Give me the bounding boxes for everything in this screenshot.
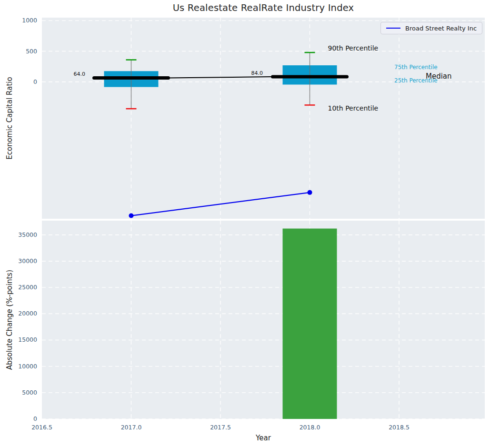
y-tick-label: 30000	[18, 257, 37, 265]
median-value-label-2017: 64.0	[74, 71, 86, 77]
y-tick-label: 20000	[18, 310, 37, 317]
chart-title: Us Realestate RealRate Industry Index	[42, 2, 485, 13]
axes-absolute-change	[42, 221, 485, 419]
axes-economic-capital-ratio	[42, 18, 485, 219]
y-tick-label: 0	[33, 415, 37, 422]
y-tick-label: 10000	[18, 363, 37, 370]
y-axis-label-top: Economic Capital Ratio	[5, 77, 14, 159]
y-tick-label: 1000	[22, 17, 37, 24]
company-point-2018	[308, 190, 312, 195]
y-tick-label: 0	[33, 78, 37, 85]
legend[interactable]: Broad Street Realty Inc	[380, 22, 482, 34]
legend-line-sample-icon	[386, 28, 400, 29]
annotation-90th-percentile: 90th Percentile	[328, 44, 379, 52]
y-tick-label: 15000	[18, 336, 37, 343]
company-point-2017	[129, 214, 134, 218]
change-bar-2018	[283, 229, 337, 419]
y-axis-label-bottom: Absolute Change (%-points)	[5, 270, 14, 370]
x-tick-label: 2016.5	[30, 424, 53, 431]
x-tick-label: 2017.5	[209, 424, 232, 431]
median-connector-line	[169, 77, 273, 78]
annotation-median: Median	[426, 72, 452, 81]
x-tick-label: 2018.5	[388, 424, 410, 431]
x-axis-label: Year	[42, 434, 485, 442]
y-tick-label: 500	[26, 48, 37, 55]
bar-canvas	[42, 221, 485, 419]
annotation-75th-percentile: 75th Percentile	[394, 64, 438, 71]
y-tick-label: 35000	[18, 231, 37, 238]
y-tick-label: 25000	[18, 284, 37, 291]
median-value-label-2018: 84.0	[251, 70, 263, 76]
figure: Us Realestate RealRate Industry Index Ec…	[0, 0, 490, 448]
legend-label: Broad Street Realty Inc	[405, 25, 477, 32]
annotation-10th-percentile: 10th Percentile	[328, 104, 379, 112]
x-tick-label: 2018.0	[299, 424, 321, 431]
y-tick-label: 5000	[22, 389, 37, 396]
x-tick-label: 2017.0	[120, 424, 143, 431]
boxplot-canvas	[42, 18, 485, 219]
